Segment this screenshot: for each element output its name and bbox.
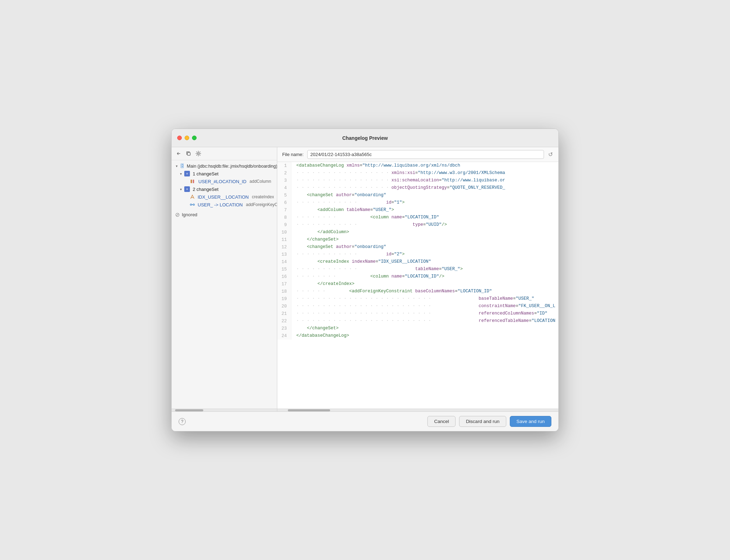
changeset1-item[interactable]: ▾ USER_#LOCATION_ID addColumn: [172, 178, 277, 185]
changeset1-item-label: USER_#LOCATION_ID: [198, 179, 246, 184]
fk-icon: [190, 202, 195, 207]
minimize-button[interactable]: [185, 136, 189, 140]
code-line: 6 · · · · · · · · · · · · id="1">: [277, 199, 558, 206]
code-line: 24 </databaseChangeLog>: [277, 332, 558, 340]
reset-icon[interactable]: ↺: [548, 150, 553, 158]
svg-rect-0: [187, 153, 190, 155]
changeset2-node[interactable]: ▾ ≡ 2 changeSet: [172, 185, 277, 193]
discard-button[interactable]: Discard and run: [459, 416, 506, 427]
main-content: ▾ 🗄 Main (jdbc:hsqldb:file:.jmix/hsqldb/…: [172, 147, 558, 411]
changeset1-item-op: addColumn: [249, 179, 271, 184]
code-line: 16 · · · · · · · · <column name="LOCATIO…: [277, 273, 558, 280]
code-line: 14 <createIndex indexName="IDX_USER__LOC…: [277, 258, 558, 266]
chevron-down-icon: ▾: [174, 164, 179, 168]
code-line: 7 <addColumn tableName="USER_">: [277, 206, 558, 214]
code-lines: 1 <databaseChangeLog xmlns="http://www.l…: [277, 162, 558, 340]
maximize-button[interactable]: [192, 136, 197, 140]
changeset1-label: 1 changeSet: [193, 171, 218, 176]
traffic-lights: [177, 136, 197, 140]
titlebar: Changelog Preview: [172, 129, 558, 147]
changeset2-item2[interactable]: ▾ USER_ -> LOCATION addForeignKeyConstra…: [172, 201, 277, 209]
changeset2-item2-label: USER_ -> LOCATION: [198, 202, 243, 207]
ignored-label: Ignored: [182, 212, 197, 217]
close-button[interactable]: [177, 136, 182, 140]
code-line: 13 · · · · · · · · · · · · id="2">: [277, 251, 558, 258]
changeset1-node[interactable]: ▾ ≡ 1 changeSet: [172, 170, 277, 178]
code-editor[interactable]: 1 <databaseChangeLog xmlns="http://www.l…: [277, 162, 558, 409]
gear-icon[interactable]: [195, 150, 202, 157]
svg-point-5: [190, 204, 192, 205]
code-line: 19 · · · · · · · · · · · · · · · · · · ·…: [277, 295, 558, 303]
changeset-icon: ≡: [184, 171, 190, 176]
window-title: Changelog Preview: [342, 135, 388, 141]
help-button[interactable]: ?: [179, 418, 186, 425]
sidebar-scrollbar[interactable]: [172, 409, 277, 411]
sidebar: ▾ 🗄 Main (jdbc:hsqldb:file:.jmix/hsqldb/…: [172, 147, 277, 411]
code-line: 2 · · · · · · · · · · · · · · · · · · xm…: [277, 169, 558, 177]
save-and-run-button[interactable]: Save and run: [510, 416, 551, 427]
svg-rect-3: [193, 180, 194, 183]
code-line: 17 </createIndex>: [277, 280, 558, 288]
code-line: 20 · · · · · · · · · · · · · · · · · · ·…: [277, 303, 558, 310]
code-line: 1 <databaseChangeLog xmlns="http://www.l…: [277, 162, 558, 169]
changeset2-item1-label: IDX_USER__LOCATION: [198, 194, 249, 200]
code-line: 11 </changeSet>: [277, 236, 558, 243]
footer-buttons: Cancel Discard and run Save and run: [427, 416, 551, 427]
code-line: 15 · · · · · · · · · · · · tableName="US…: [277, 266, 558, 273]
code-line: 4 · · · · · · · · · · · · · · · · · · ob…: [277, 184, 558, 192]
svg-rect-2: [191, 180, 192, 183]
changeset2-item1[interactable]: ▾ IDX_USER__LOCATION createIndex: [172, 193, 277, 201]
svg-point-6: [193, 204, 194, 205]
ignored-icon: ⊘: [175, 211, 180, 218]
back-icon[interactable]: [175, 150, 182, 157]
changeset2-label: 2 changeSet: [193, 187, 218, 192]
code-line: 10 </addColumn>: [277, 229, 558, 236]
code-line: 9 · · · · · · · · · · · · type="UUID"/>: [277, 221, 558, 229]
code-line: 23 </changeSet>: [277, 325, 558, 332]
code-panel: File name: ↺ 1 <databaseChangeLog xmlns=…: [277, 147, 558, 411]
tree-root[interactable]: ▾ 🗄 Main (jdbc:hsqldb:file:.jmix/hsqldb/…: [172, 162, 277, 170]
sidebar-tree[interactable]: ▾ 🗄 Main (jdbc:hsqldb:file:.jmix/hsqldb/…: [172, 160, 277, 409]
ignored-section[interactable]: ⊘ Ignored: [172, 209, 277, 221]
column-icon: [190, 179, 196, 184]
sidebar-scrollbar-thumb[interactable]: [175, 409, 203, 411]
code-line: 3 · · · · · · · · · · · · · · · · · · xs…: [277, 177, 558, 184]
root-label: Main (jdbc:hsqldb:file:.jmix/hsqldb/onbo…: [187, 164, 277, 169]
code-scrollbar-thumb[interactable]: [288, 409, 330, 411]
index-icon: [190, 194, 195, 200]
file-name-input[interactable]: [307, 150, 544, 159]
cancel-button[interactable]: Cancel: [427, 416, 456, 427]
footer: ? Cancel Discard and run Save and run: [172, 411, 558, 431]
code-line: 5 <changeSet author="onboarding": [277, 192, 558, 199]
chevron-down-icon: ▾: [179, 172, 183, 176]
code-line: 18 · · · · · · <addForeignKeyConstraint …: [277, 288, 558, 295]
chevron-down-icon: ▾: [179, 187, 183, 191]
code-toolbar: File name: ↺: [277, 147, 558, 162]
file-name-label: File name:: [282, 152, 304, 157]
code-line: 21 · · · · · · · · · · · · · · · · · · ·…: [277, 310, 558, 317]
sidebar-toolbar: [172, 147, 277, 160]
main-window: Changelog Preview: [171, 129, 559, 431]
code-scrollbar[interactable]: [277, 409, 558, 411]
code-line: 22 · · · · · · · · · · · · · · · · · · ·…: [277, 317, 558, 325]
copy-icon[interactable]: [185, 150, 192, 157]
changeset2-item2-op: addForeignKeyConstraint: [246, 202, 277, 207]
footer-left: ?: [179, 418, 186, 425]
changeset-icon: ≡: [184, 186, 190, 192]
code-line: 8 · · · · · · · · <column name="LOCATION…: [277, 214, 558, 221]
code-line: 12 <changeSet author="onboarding": [277, 243, 558, 251]
db-icon: 🗄: [180, 163, 185, 169]
changeset2-item1-op: createIndex: [252, 194, 274, 199]
svg-point-1: [198, 153, 199, 155]
